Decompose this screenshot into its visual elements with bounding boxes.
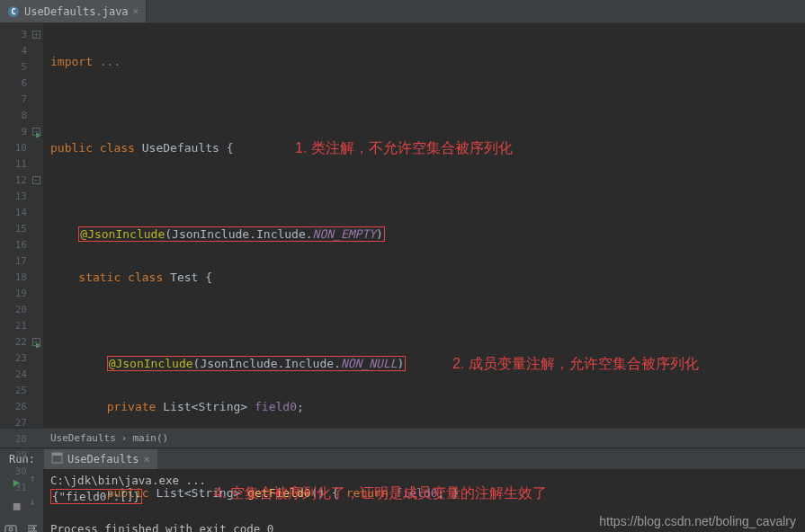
fold-icon[interactable]: − (32, 176, 40, 184)
fold-icon[interactable]: − (32, 128, 40, 136)
annotation-4: 4. 空集合被序列化了，证明是成员变量的注解生效了 (214, 485, 547, 501)
code-content[interactable]: import ... public class UseDefaults {1. … (43, 23, 805, 428)
editor-tab-bar: C UseDefaults.java × (0, 0, 805, 23)
red-box-4: {"field0":[]} (50, 489, 142, 504)
fold-icon[interactable]: + (32, 31, 40, 39)
close-icon[interactable]: × (133, 5, 139, 17)
red-box-2: @JsonInclude(JsonInclude.Include.NON_NUL… (107, 356, 407, 371)
red-box-1: @JsonInclude(JsonInclude.Include.NON_EMP… (78, 226, 385, 242)
console-output[interactable]: C:\jdk\bin\java.exe ... {"field0":[]}4. … (43, 469, 805, 532)
console: ▶ ↑ ■ ↓ C:\jdk\bin\java.exe ... {"field0… (0, 469, 805, 532)
svg-point-5 (9, 528, 13, 531)
annotation-2: 2. 成员变量注解，允许空集合被序列化 (452, 356, 699, 372)
line-gutter: 3+456789▶−101112−13141516171819202122▶−2… (0, 23, 43, 428)
stop-icon[interactable]: ■ (8, 496, 26, 514)
tab-label: UseDefaults.java (24, 5, 129, 18)
wrap-icon[interactable] (23, 519, 41, 532)
java-class-icon: C (7, 5, 20, 18)
svg-text:C: C (11, 7, 15, 16)
editor: 3+456789▶−101112−13141516171819202122▶−2… (0, 23, 805, 428)
down-arrow-icon[interactable]: ↓ (30, 496, 36, 514)
camera-icon[interactable] (2, 519, 20, 532)
fold-icon[interactable]: − (32, 338, 40, 346)
annotation-1: 1. 类注解，不允许空集合被序列化 (295, 140, 513, 156)
file-tab[interactable]: C UseDefaults.java × (0, 0, 147, 22)
watermark: https://blog.csdn.net/boling_cavalry (599, 514, 796, 528)
